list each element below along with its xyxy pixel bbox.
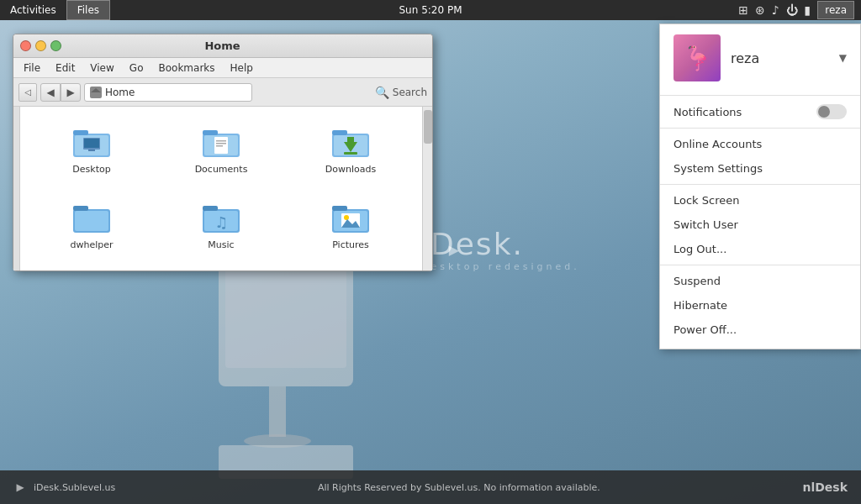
- bottombar-left: ▶ iDesk.Sublevel.us: [13, 480, 115, 494]
- file-manager-titlebar: Home: [13, 34, 432, 58]
- scrollbar[interactable]: [422, 107, 432, 270]
- notifications-toggle[interactable]: [816, 104, 847, 119]
- divider-4: [660, 265, 860, 265]
- scrollbar-thumb[interactable]: [424, 110, 432, 144]
- maximize-button[interactable]: [50, 40, 61, 51]
- bottom-play-button[interactable]: ▶: [13, 480, 27, 494]
- location-text: Home: [105, 87, 135, 98]
- home-folder-icon: [90, 87, 102, 98]
- back-nav-button[interactable]: ◀: [40, 83, 61, 102]
- window-title: Home: [61, 39, 383, 52]
- idesk-logo: iDesk. Desktop redesigned.: [420, 227, 580, 272]
- file-item-desktop[interactable]: Desktop: [30, 117, 153, 186]
- svg-rect-19: [216, 145, 223, 147]
- notifications-row: Notifications: [660, 99, 860, 124]
- desktop-play-button[interactable]: ▶: [446, 241, 462, 258]
- file-item-music[interactable]: ♫ Music: [160, 192, 283, 261]
- dwhelper-folder-label: dwhelper: [70, 239, 113, 250]
- search-label: Search: [393, 87, 427, 98]
- search-icon: 🔍: [375, 86, 389, 99]
- svg-rect-17: [216, 140, 226, 142]
- user-area: 🦩 reza ▼: [660, 24, 860, 92]
- activities-button[interactable]: Activities: [0, 0, 66, 20]
- pictures-folder-label: Pictures: [332, 239, 369, 250]
- divider-1: [660, 95, 860, 96]
- network-icon[interactable]: ⊞: [738, 3, 748, 17]
- documents-folder-label: Documents: [195, 164, 248, 175]
- svg-rect-14: [203, 130, 218, 135]
- music-folder-label: Music: [208, 239, 234, 250]
- pictures-folder-icon: [330, 196, 371, 236]
- topbar-left: Activities Files: [0, 0, 110, 20]
- menu-file[interactable]: File: [17, 60, 47, 76]
- close-button[interactable]: [20, 40, 31, 51]
- avatar-image: 🦩: [683, 45, 712, 72]
- divider-2: [660, 128, 860, 129]
- user-name-label: reza: [731, 50, 829, 66]
- lock-screen-item[interactable]: Lock Screen: [660, 188, 860, 213]
- system-settings-item[interactable]: System Settings: [660, 156, 860, 181]
- bottom-brand: nlDesk: [802, 480, 848, 494]
- file-item-downloads[interactable]: Downloads: [289, 117, 412, 186]
- files-button[interactable]: Files: [66, 0, 110, 20]
- file-item-pictures[interactable]: Pictures: [289, 192, 412, 261]
- menu-help[interactable]: Help: [224, 60, 260, 76]
- desktop-folder-icon: [71, 120, 112, 160]
- battery-icon[interactable]: ▮: [805, 3, 811, 17]
- power-icon[interactable]: ⏻: [786, 3, 798, 17]
- hibernate-item[interactable]: Hibernate: [660, 293, 860, 318]
- user-dropdown-icon[interactable]: ▼: [839, 52, 847, 64]
- topbar: Activities Files Sun 5:20 PM ⊞ ⊛ ♪ ⏻ ▮ r…: [0, 0, 861, 20]
- menu-go[interactable]: Go: [123, 60, 151, 76]
- svg-rect-27: [75, 211, 108, 231]
- files-grid: Desktop Documents: [20, 107, 422, 270]
- dwhelper-folder-icon: [71, 196, 112, 236]
- desktop-folder-label: Desktop: [72, 164, 110, 175]
- bottombar: ▶ iDesk.Sublevel.us All Rights Reserved …: [0, 470, 861, 504]
- notifications-label: Notifications: [673, 106, 742, 118]
- volume-icon[interactable]: ♪: [772, 3, 779, 17]
- nav-buttons: ◀ ▶: [40, 83, 81, 102]
- divider-3: [660, 184, 860, 185]
- online-accounts-item[interactable]: Online Accounts: [660, 132, 860, 156]
- location-bar[interactable]: Home: [84, 83, 252, 102]
- svg-rect-18: [216, 143, 226, 144]
- menu-edit[interactable]: Edit: [49, 60, 82, 76]
- system-menu: 🦩 reza ▼ Notifications Online Accounts S…: [659, 24, 861, 349]
- minimize-button[interactable]: [35, 40, 46, 51]
- power-off-item[interactable]: Power Off...: [660, 318, 860, 342]
- file-manager-toolbar: ◁ ◀ ▶ Home 🔍 Search: [13, 78, 432, 107]
- file-manager-window: Home File Edit View Go Bookmarks Help ◁ …: [13, 34, 433, 271]
- user-menu-button[interactable]: reza: [817, 1, 854, 19]
- downloads-folder-icon: [330, 120, 371, 160]
- sidebar-toggle-button[interactable]: ◁: [18, 83, 37, 102]
- music-folder-icon: ♫: [201, 196, 241, 236]
- file-item-dwhelper[interactable]: dwhelper: [30, 192, 153, 261]
- menu-bookmarks[interactable]: Bookmarks: [151, 60, 221, 76]
- svg-text:♫: ♫: [214, 213, 228, 231]
- user-avatar[interactable]: 🦩: [673, 34, 721, 81]
- file-manager-menubar: File Edit View Go Bookmarks Help: [13, 58, 432, 78]
- menu-view[interactable]: View: [83, 60, 120, 76]
- log-out-item[interactable]: Log Out...: [660, 237, 860, 261]
- file-manager-content: Desktop Documents: [13, 107, 432, 270]
- svg-rect-26: [73, 206, 88, 211]
- switch-user-item[interactable]: Switch User: [660, 213, 860, 237]
- window-controls: [20, 40, 61, 51]
- topbar-datetime: Sun 5:20 PM: [399, 4, 462, 16]
- bottombar-copy: All Rights Reserved by Sublevel.us. No i…: [318, 482, 600, 493]
- svg-point-36: [344, 215, 349, 220]
- fm-left-sidebar: [13, 107, 20, 270]
- svg-rect-21: [332, 130, 347, 135]
- topbar-right: ⊞ ⊛ ♪ ⏻ ▮ reza: [738, 1, 861, 19]
- svg-rect-12: [88, 150, 95, 151]
- search-area: 🔍 Search: [375, 86, 427, 99]
- svg-rect-24: [344, 152, 357, 155]
- forward-nav-button[interactable]: ▶: [61, 83, 81, 102]
- toggle-knob: [818, 106, 830, 118]
- bottom-site: iDesk.Sublevel.us: [34, 482, 115, 493]
- suspend-item[interactable]: Suspend: [660, 269, 860, 293]
- bluetooth-icon[interactable]: ⊛: [755, 3, 765, 17]
- svg-marker-6: [91, 88, 101, 92]
- file-item-documents[interactable]: Documents: [160, 117, 283, 186]
